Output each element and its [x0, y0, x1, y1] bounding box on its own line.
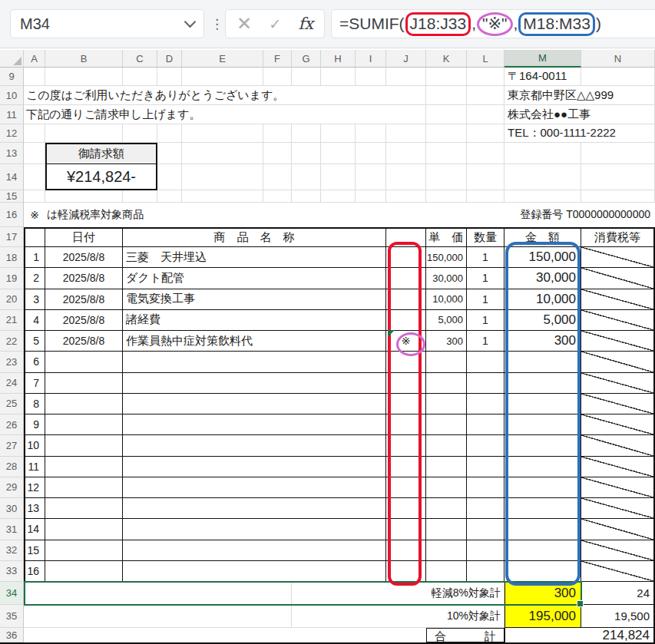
cell-C25[interactable]	[123, 394, 386, 414]
cell-H12[interactable]	[321, 124, 356, 143]
cell-L15[interactable]	[467, 190, 504, 203]
tax-diagonal-cell[interactable]	[581, 519, 655, 540]
tax-diagonal-cell[interactable]	[581, 457, 655, 477]
cell-J15[interactable]	[386, 190, 426, 203]
cell-M33[interactable]	[504, 561, 581, 582]
cell-M13[interactable]	[504, 143, 581, 164]
cell-E12[interactable]	[182, 124, 263, 143]
cell-B12[interactable]	[45, 124, 123, 143]
cell-B33[interactable]	[45, 561, 123, 582]
row-header-13[interactable]: 13	[0, 143, 24, 164]
cell-C29[interactable]	[123, 477, 386, 498]
cell-F14[interactable]	[263, 164, 292, 190]
cell-L21[interactable]: 1	[467, 310, 504, 331]
cell-K21[interactable]: 5,000	[426, 310, 467, 331]
cell-A23[interactable]: 6	[24, 352, 45, 372]
cell-C22[interactable]: 作業員熱中症対策飲料代	[123, 331, 386, 352]
cell-A24[interactable]: 7	[24, 373, 45, 394]
cell-K12[interactable]	[426, 124, 467, 143]
cell-C30[interactable]	[123, 498, 386, 519]
tax-diagonal-cell[interactable]	[581, 289, 655, 310]
row-header-16[interactable]: 16	[0, 203, 24, 227]
row-header-25[interactable]: 25	[0, 394, 24, 414]
cell-A22[interactable]: 5	[24, 331, 45, 352]
row-header-24[interactable]: 24	[0, 373, 24, 394]
header-date[interactable]: 日付	[45, 227, 123, 247]
tax-diagonal-cell[interactable]	[581, 435, 655, 456]
cell-C32[interactable]	[123, 540, 386, 561]
cell-M31[interactable]	[504, 519, 581, 540]
cell-G14[interactable]	[292, 164, 321, 190]
cell-J29[interactable]	[386, 477, 426, 498]
cell-A18[interactable]: 1	[24, 247, 45, 268]
cell-A28[interactable]: 11	[24, 457, 45, 477]
row-header-23[interactable]: 23	[0, 352, 24, 372]
name-box[interactable]: M34	[10, 9, 204, 38]
cell-K13[interactable]	[426, 143, 467, 164]
cell-A13[interactable]	[24, 143, 45, 164]
cell-A29[interactable]: 12	[24, 477, 45, 498]
cell-K9[interactable]	[426, 68, 467, 86]
cell-D14[interactable]	[157, 164, 182, 190]
row-header-10[interactable]: 10	[0, 86, 24, 105]
cell-K31[interactable]	[426, 519, 467, 540]
cell-B30[interactable]	[45, 498, 123, 519]
row-header-36[interactable]: 36	[0, 628, 24, 642]
cell-M32[interactable]	[504, 540, 581, 561]
cell-B21[interactable]: 2025/8/8	[45, 310, 123, 331]
registration-number[interactable]: 登録番号 T0000000000000	[426, 203, 655, 227]
cell-J26[interactable]	[386, 414, 426, 435]
header-amount[interactable]: 金 額	[504, 227, 581, 247]
cell-B32[interactable]	[45, 540, 123, 561]
cell-J9[interactable]	[386, 68, 426, 86]
ten-pct-tax[interactable]: 19,500	[581, 605, 655, 628]
tax-diagonal-cell[interactable]	[581, 310, 655, 331]
cell-J19[interactable]	[386, 268, 426, 289]
cell-L29[interactable]	[467, 477, 504, 498]
cell-C33[interactable]	[123, 561, 386, 582]
cell-A36[interactable]	[24, 628, 426, 642]
cell-B19[interactable]: 2025/8/8	[45, 268, 123, 289]
cell-M19[interactable]: 30,000	[504, 268, 581, 289]
cell-K24[interactable]	[426, 373, 467, 394]
cell-K28[interactable]	[426, 457, 467, 477]
cell-H15[interactable]	[321, 190, 356, 203]
reduced-tax-note[interactable]: は軽減税率対象商品	[45, 203, 426, 227]
cell-B9[interactable]	[45, 68, 123, 86]
cell-G9[interactable]	[292, 68, 321, 86]
cell-H13[interactable]	[321, 143, 356, 164]
cell-M29[interactable]	[504, 477, 581, 498]
cell-L20[interactable]: 1	[467, 289, 504, 310]
cell-L28[interactable]	[467, 457, 504, 477]
cell-B23[interactable]	[45, 352, 123, 372]
cell-L13[interactable]	[467, 143, 504, 164]
cell-L14[interactable]	[467, 164, 504, 190]
column-header-b[interactable]: B	[45, 50, 123, 68]
cell-C12[interactable]	[123, 124, 157, 143]
cell-D12[interactable]	[157, 124, 182, 143]
tax-diagonal-cell[interactable]	[581, 414, 655, 435]
cell-C28[interactable]	[123, 457, 386, 477]
column-header-m-selected[interactable]: M	[504, 50, 581, 68]
cell-F9[interactable]	[263, 68, 292, 86]
cell-J32[interactable]	[386, 540, 426, 561]
postal-code[interactable]: 〒164-0011	[504, 68, 581, 86]
row-header-35[interactable]: 35	[0, 605, 24, 628]
cell-A21[interactable]: 4	[24, 310, 45, 331]
cell-C9[interactable]	[123, 68, 157, 86]
cell-I12[interactable]	[356, 124, 386, 143]
cell-J25[interactable]	[386, 394, 426, 414]
row-header-26[interactable]: 26	[0, 414, 24, 435]
tax-diagonal-cell[interactable]	[581, 373, 655, 394]
column-header-e[interactable]: E	[182, 50, 263, 68]
cell-L18[interactable]: 1	[467, 247, 504, 268]
reduced-8pct-amount[interactable]: 300	[504, 582, 581, 605]
cell-J28[interactable]	[386, 457, 426, 477]
tax-diagonal-cell[interactable]	[581, 331, 655, 352]
row-header-21[interactable]: 21	[0, 310, 24, 331]
cell-G15[interactable]	[292, 190, 321, 203]
cell-B31[interactable]	[45, 519, 123, 540]
row-header-30[interactable]: 30	[0, 498, 24, 519]
cell-F12[interactable]	[263, 124, 292, 143]
cell-M22[interactable]: 300	[504, 331, 581, 352]
